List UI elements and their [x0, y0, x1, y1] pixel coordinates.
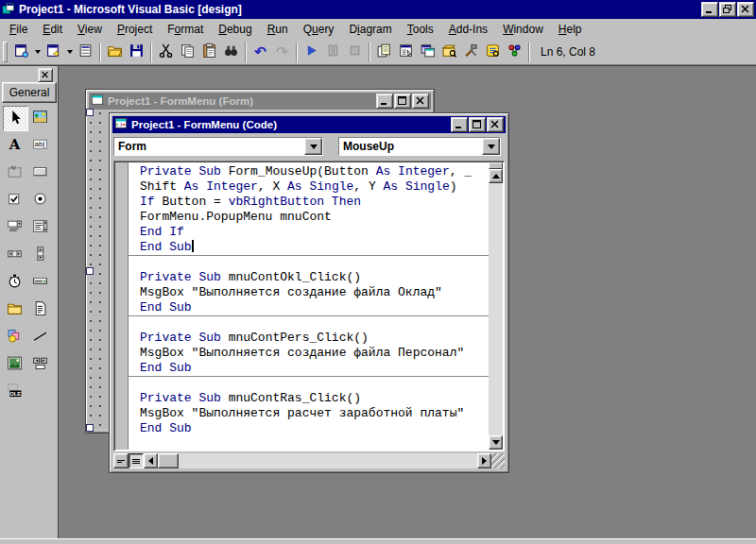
menu-addins[interactable]: Add-Ins	[441, 20, 495, 39]
tool-pointer[interactable]	[3, 106, 28, 131]
undo-button[interactable]: ↶	[249, 42, 271, 63]
menu-file[interactable]: File	[2, 20, 35, 39]
new-project-dropdown-button[interactable]	[32, 42, 43, 63]
add-form-button[interactable]	[43, 42, 64, 63]
minimize-button[interactable]	[701, 2, 718, 17]
form-close-button[interactable]	[412, 94, 429, 109]
horizontal-scroll-track[interactable]	[179, 453, 477, 468]
code-window[interactable]: Project1 - FormMenu (Code) Form MouseUp	[109, 112, 509, 473]
menu-editor-button[interactable]	[75, 42, 96, 63]
menu-help[interactable]: Help	[551, 20, 590, 39]
splitter-handle[interactable]	[489, 162, 503, 169]
tool-checkbox[interactable]	[3, 188, 26, 212]
scroll-up-button[interactable]	[489, 169, 503, 183]
toolbox-button[interactable]	[460, 42, 482, 63]
code-line[interactable]: Shift As Integer, X As Single, Y As Sing…	[140, 179, 489, 195]
menu-project[interactable]: Project	[110, 20, 160, 39]
code-line[interactable]: Private Sub mnuContRas_Click()	[140, 391, 489, 406]
tool-dirlistbox[interactable]	[3, 298, 26, 321]
tool-label[interactable]: A	[3, 133, 26, 157]
scroll-down-button[interactable]	[489, 435, 503, 450]
margin-indicator-bar[interactable]	[115, 162, 129, 450]
code-line[interactable]: End Sub	[140, 421, 489, 436]
code-line[interactable]: Private Sub Form_MouseUp(Button As Integ…	[140, 164, 489, 179]
menu-edit[interactable]: Edit	[35, 20, 70, 39]
scroll-left-button[interactable]	[144, 453, 158, 468]
code-line[interactable]: MsgBox "Выполняется расчет заработной пл…	[140, 406, 489, 421]
data-view-button[interactable]	[482, 42, 504, 63]
component-manager-button[interactable]	[504, 42, 525, 63]
tool-ole[interactable]: OLE	[3, 380, 26, 403]
tool-hscrollbar[interactable]	[3, 243, 26, 266]
object-browser-button[interactable]	[438, 42, 460, 63]
horizontal-scroll-thumb[interactable]	[158, 453, 179, 468]
main-title-bar[interactable]: Project1 - Microsoft Visual Basic [desig…	[0, 0, 756, 19]
tool-line[interactable]	[28, 325, 52, 348]
tool-drivelistbox[interactable]	[28, 270, 52, 294]
form-layout-button[interactable]	[417, 42, 438, 63]
tool-frame[interactable]: xy	[3, 161, 26, 184]
tool-picturebox[interactable]	[28, 106, 52, 129]
form-selection-handle-bottom[interactable]	[86, 424, 94, 432]
toolbar-grip[interactable]	[3, 42, 8, 62]
tool-commandbutton[interactable]	[28, 161, 52, 184]
code-window-title-bar[interactable]: Project1 - FormMenu (Code)	[112, 116, 506, 133]
add-form-dropdown-button[interactable]	[64, 42, 75, 63]
new-project-button[interactable]	[10, 42, 32, 63]
tool-vscrollbar[interactable]	[28, 243, 52, 266]
code-line[interactable]: MsgBox "Выполняется создание файла Персо…	[140, 346, 489, 361]
restore-button[interactable]	[719, 2, 736, 17]
scroll-right-button[interactable]	[477, 453, 491, 468]
tool-image[interactable]	[3, 352, 26, 376]
code-close-button[interactable]	[487, 117, 504, 132]
save-project-button[interactable]	[126, 42, 147, 63]
resize-grip[interactable]	[491, 453, 505, 468]
code-line[interactable]: Private Sub mnuContOkl_Click()	[140, 270, 489, 285]
event-dropdown[interactable]: MouseUp	[338, 137, 501, 156]
tool-timer[interactable]	[3, 270, 26, 294]
object-dropdown-button[interactable]	[304, 138, 322, 155]
form-selection-handle-middle[interactable]	[86, 267, 94, 275]
menu-tools[interactable]: Tools	[400, 20, 441, 39]
menu-view[interactable]: View	[70, 20, 110, 39]
paste-button[interactable]	[198, 42, 220, 63]
tool-listbox[interactable]	[28, 215, 52, 239]
code-line[interactable]: End Sub	[140, 240, 489, 255]
code-text-area[interactable]: Private Sub Form_MouseUp(Button As Integ…	[129, 162, 489, 450]
toolbox-close-button[interactable]	[38, 68, 53, 82]
close-button[interactable]	[737, 2, 754, 17]
form-minimize-button[interactable]	[376, 94, 393, 109]
full-module-view-button[interactable]	[129, 453, 144, 468]
form-window-title-bar[interactable]: Project1 - FormMenu (Form)	[89, 93, 431, 110]
menu-debug[interactable]: Debug	[211, 20, 259, 39]
toolbox-tab-general[interactable]: General	[2, 82, 57, 103]
start-button[interactable]	[301, 42, 322, 63]
cut-button[interactable]	[155, 42, 177, 63]
tool-data[interactable]	[28, 352, 52, 376]
tool-optionbutton[interactable]	[28, 188, 52, 212]
break-button[interactable]	[322, 42, 344, 63]
event-dropdown-button[interactable]	[482, 138, 500, 155]
menu-format[interactable]: Format	[160, 20, 211, 39]
object-dropdown[interactable]: Form	[113, 137, 323, 156]
form-selection-handle-top[interactable]	[86, 109, 94, 116]
tool-filelistbox[interactable]	[28, 298, 52, 321]
redo-button[interactable]: ↷	[271, 42, 293, 63]
open-project-button[interactable]	[104, 42, 126, 63]
code-line[interactable]: If Button = vbRightButton Then	[140, 195, 489, 210]
code-line[interactable]: MsgBox "Выполняется создание файла Оклад…	[140, 285, 489, 300]
form-maximize-button[interactable]	[394, 94, 411, 109]
tool-combobox[interactable]	[3, 215, 26, 239]
procedure-view-button[interactable]	[113, 453, 129, 468]
copy-button[interactable]	[177, 42, 198, 63]
code-maximize-button[interactable]	[469, 117, 486, 132]
vertical-scrollbar[interactable]	[489, 162, 503, 450]
menu-diagram[interactable]: Diagram	[341, 20, 399, 39]
code-line[interactable]: End Sub	[140, 300, 489, 315]
code-line[interactable]: End If	[140, 225, 489, 240]
end-button[interactable]	[344, 42, 366, 63]
tool-textbox[interactable]: ab|	[28, 133, 52, 157]
properties-window-button[interactable]	[395, 42, 417, 63]
code-line[interactable]: Private Sub mnuContPers_Click()	[140, 331, 489, 346]
menu-run[interactable]: Run	[260, 20, 296, 39]
